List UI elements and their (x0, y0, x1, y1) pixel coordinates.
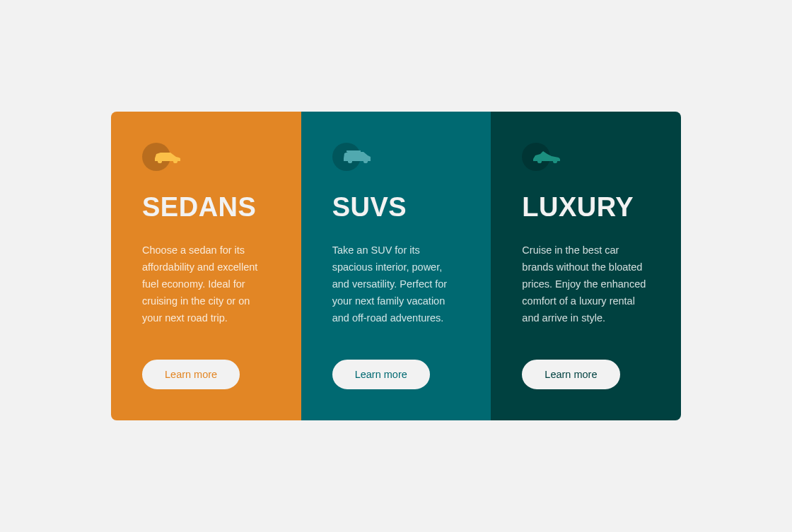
card-suvs: SUVs Take an SUV for its spacious interi… (301, 112, 491, 420)
learn-more-button[interactable]: Learn more (332, 360, 430, 389)
svg-point-6 (553, 159, 557, 163)
luxury-icon (522, 143, 567, 171)
sedan-icon (142, 143, 187, 171)
svg-point-1 (173, 159, 177, 163)
card-title: Sedans (142, 192, 270, 223)
learn-more-button[interactable]: Learn more (142, 360, 240, 389)
svg-rect-2 (346, 150, 361, 152)
svg-point-3 (348, 159, 352, 163)
card-container: Sedans Choose a sedan for its affordabil… (111, 112, 681, 420)
card-description: Cruise in the best car brands without th… (522, 242, 650, 327)
card-description: Choose a sedan for its affordability and… (142, 242, 270, 327)
svg-point-5 (537, 159, 542, 163)
card-luxury: Luxury Cruise in the best car brands wit… (491, 112, 681, 420)
svg-point-4 (363, 159, 368, 163)
card-title: SUVs (332, 192, 460, 223)
learn-more-button[interactable]: Learn more (522, 360, 619, 389)
card-title: Luxury (522, 192, 650, 223)
suv-icon (332, 143, 378, 171)
card-sedans: Sedans Choose a sedan for its affordabil… (111, 112, 301, 420)
svg-point-0 (158, 159, 162, 163)
card-description: Take an SUV for its spacious interior, p… (332, 242, 460, 327)
